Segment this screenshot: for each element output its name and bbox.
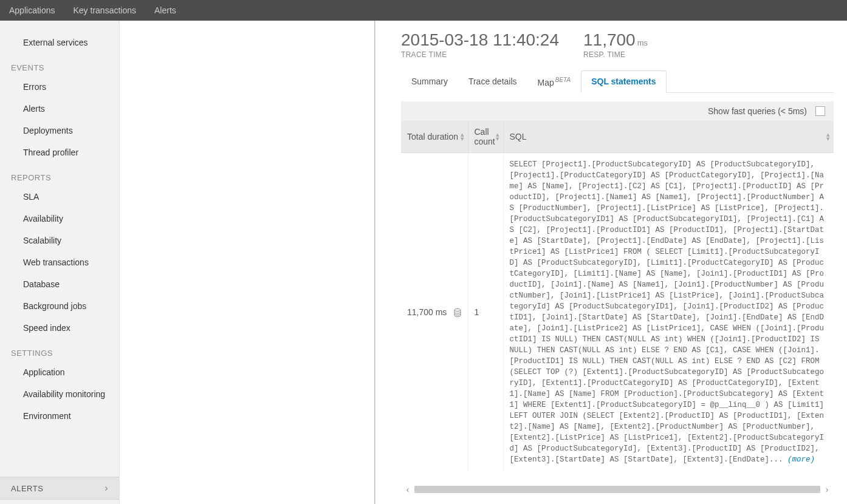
resp-time-number: 11,700 [583, 30, 636, 49]
sidebar: External services EVENTS Errors Alerts D… [0, 21, 120, 504]
chevron-right-icon: › [105, 483, 108, 494]
sidebar-item-application[interactable]: Application [0, 361, 119, 383]
fast-queries-toggle-row: Show fast queries (< 5ms) [401, 101, 834, 121]
trace-time-value: 2015-03-18 11:40:24 [401, 32, 559, 49]
scroll-right-arrow[interactable]: › [820, 485, 834, 494]
sidebar-heading-events: EVENTS [0, 53, 119, 76]
detail-panel: 2015-03-18 11:40:24 TRACE TIME 11,700ms … [388, 21, 847, 504]
tab-trace-details[interactable]: Trace details [458, 70, 527, 93]
tab-map-label: Map [538, 78, 554, 87]
tab-summary[interactable]: Summary [401, 70, 458, 93]
sort-icon: ▴▾ [496, 132, 499, 141]
sidebar-item-availability[interactable]: Availability [0, 208, 119, 230]
sidebar-item-speed-index[interactable]: Speed index [0, 317, 119, 339]
more-link[interactable]: (more) [787, 455, 815, 464]
svg-point-0 [454, 308, 461, 311]
sidebar-item-alerts[interactable]: Alerts [0, 98, 119, 120]
fast-queries-checkbox[interactable] [815, 106, 825, 116]
detail-tabs: Summary Trace details MapBETA SQL statem… [401, 70, 834, 93]
sql-table: Total duration ▴▾ Call count ▴▾ SQL ▴▾ [401, 121, 834, 471]
sidebar-item-deployments[interactable]: Deployments [0, 120, 119, 141]
metric-resp-time: 11,700ms RESP. TIME [583, 32, 648, 59]
sidebar-item-sla[interactable]: SLA [0, 186, 119, 208]
top-navigation: Applications Key transactions Alerts [0, 0, 847, 21]
sidebar-item-errors[interactable]: Errors [0, 76, 119, 98]
sql-text: SELECT [Project1].[ProductSubcategoryID]… [510, 160, 825, 464]
sidebar-item-database[interactable]: Database [0, 273, 119, 295]
col-total-duration[interactable]: Total duration ▴▾ [401, 121, 468, 153]
sidebar-alerts-drawer[interactable]: ALERTS › [0, 477, 119, 500]
horizontal-scrollbar: ‹ › [401, 485, 834, 494]
topnav-alerts[interactable]: Alerts [154, 5, 176, 15]
middle-panel [120, 21, 375, 504]
sidebar-heading-reports: REPORTS [0, 163, 119, 186]
sidebar-item-environment[interactable]: Environment [0, 405, 119, 427]
topnav-applications[interactable]: Applications [9, 5, 55, 15]
sort-icon: ▴▾ [826, 132, 830, 141]
duration-value: 11,700 ms [407, 307, 447, 317]
scroll-track[interactable] [414, 486, 820, 493]
tab-map[interactable]: MapBETA [527, 70, 581, 93]
resp-time-label: RESP. TIME [583, 50, 648, 59]
tab-sql-statements[interactable]: SQL statements [581, 70, 666, 93]
cell-sql: SELECT [Project1].[ProductSubcategoryID]… [503, 152, 834, 471]
trace-metrics: 2015-03-18 11:40:24 TRACE TIME 11,700ms … [401, 32, 834, 59]
database-icon[interactable] [454, 308, 461, 317]
sidebar-item-scalability[interactable]: Scalability [0, 230, 119, 251]
sidebar-alerts-label: ALERTS [11, 484, 43, 493]
sidebar-item-background-jobs[interactable]: Background jobs [0, 295, 119, 317]
cell-duration: 11,700 ms [401, 152, 468, 471]
sidebar-item-external-services[interactable]: External services [0, 32, 119, 53]
col-call-count-label: Call count [475, 127, 495, 146]
trace-time-label: TRACE TIME [401, 50, 559, 59]
resp-time-value: 11,700ms [583, 32, 648, 49]
cell-count: 1 [468, 152, 503, 471]
col-sql[interactable]: SQL ▴▾ [503, 121, 834, 153]
table-row: 11,700 ms 1 SELECT [Project1].[ProductSu… [401, 152, 834, 471]
beta-badge: BETA [555, 77, 571, 83]
metric-trace-time: 2015-03-18 11:40:24 TRACE TIME [401, 32, 559, 59]
sort-icon: ▴▾ [461, 132, 464, 141]
fast-queries-label: Show fast queries (< 5ms) [708, 106, 807, 116]
sidebar-item-thread-profiler[interactable]: Thread profiler [0, 141, 119, 163]
sidebar-item-web-transactions[interactable]: Web transactions [0, 251, 119, 273]
col-call-count[interactable]: Call count ▴▾ [468, 121, 503, 153]
scroll-left-arrow[interactable]: ‹ [401, 485, 414, 494]
sidebar-heading-settings: SETTINGS [0, 339, 119, 361]
col-total-duration-label: Total duration [407, 132, 458, 141]
topnav-key-transactions[interactable]: Key transactions [74, 5, 137, 15]
col-sql-label: SQL [510, 132, 527, 141]
sidebar-item-availability-monitoring[interactable]: Availability monitoring [0, 383, 119, 405]
resp-time-unit: ms [637, 38, 648, 47]
